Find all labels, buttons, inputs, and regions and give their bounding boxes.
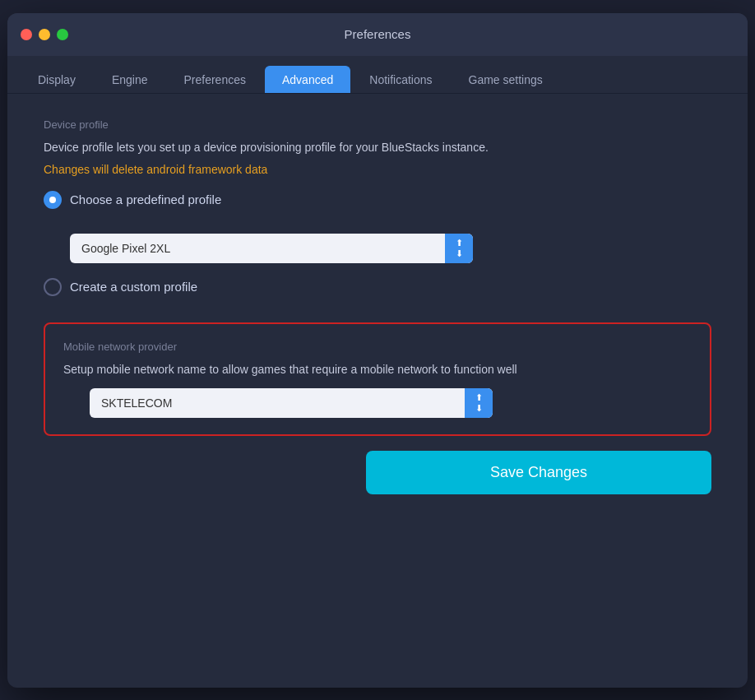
radio-predefined-circle[interactable] <box>44 191 62 209</box>
tab-engine[interactable]: Engine <box>95 66 165 93</box>
save-changes-button[interactable]: Save Changes <box>366 451 711 494</box>
maximize-button[interactable] <box>57 29 68 40</box>
title-bar: Preferences <box>7 13 748 56</box>
minimize-button[interactable] <box>39 29 50 40</box>
radio-custom[interactable]: Create a custom profile <box>44 278 711 296</box>
main-content: Device profile Device profile lets you s… <box>7 94 748 688</box>
traffic-lights <box>21 29 68 40</box>
mobile-network-select-wrapper: SKTELECOM ⬆⬇ <box>90 388 493 418</box>
predefined-profile-select-wrapper: Google Pixel 2XL ⬆⬇ <box>70 234 473 263</box>
mobile-network-section: Mobile network provider Setup mobile net… <box>44 322 711 436</box>
radio-custom-label: Create a custom profile <box>70 280 197 294</box>
tab-advanced[interactable]: Advanced <box>265 66 350 93</box>
device-profile-section: Device profile Device profile lets you s… <box>44 118 711 296</box>
radio-group: Choose a predefined profile Google Pixel… <box>44 191 711 296</box>
preferences-window: Preferences Display Engine Preferences A… <box>7 13 748 688</box>
window-title: Preferences <box>345 27 411 41</box>
tab-notifications[interactable]: Notifications <box>352 66 449 93</box>
save-button-wrapper: Save Changes <box>44 451 711 494</box>
tab-game-settings[interactable]: Game settings <box>452 66 560 93</box>
tab-display[interactable]: Display <box>21 66 93 93</box>
device-profile-description: Device profile lets you set up a device … <box>44 139 711 156</box>
device-profile-title: Device profile <box>44 118 711 131</box>
predefined-profile-select[interactable]: Google Pixel 2XL <box>70 234 473 263</box>
radio-predefined-label: Choose a predefined profile <box>70 192 221 206</box>
mobile-network-title: Mobile network provider <box>63 341 692 353</box>
tab-preferences[interactable]: Preferences <box>167 66 263 93</box>
mobile-network-select[interactable]: SKTELECOM <box>90 388 493 418</box>
radio-predefined[interactable]: Choose a predefined profile <box>44 191 711 209</box>
close-button[interactable] <box>21 29 32 40</box>
device-profile-warning: Changes will delete android framework da… <box>44 163 711 176</box>
radio-custom-circle[interactable] <box>44 278 62 296</box>
mobile-network-description: Setup mobile network name to allow games… <box>63 361 692 378</box>
tab-bar: Display Engine Preferences Advanced Noti… <box>7 56 748 94</box>
